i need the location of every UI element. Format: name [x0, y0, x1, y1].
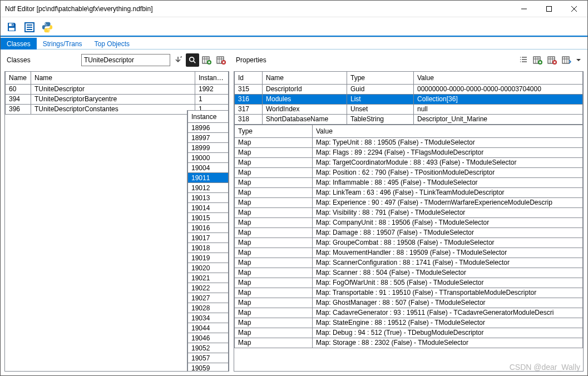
table-row[interactable]: MapMap: LinkTeam : 63 : 496 (False) - TL…: [235, 187, 583, 197]
table-row[interactable]: 19044: [188, 323, 229, 333]
table-row[interactable]: 19000: [188, 153, 229, 163]
collection-table[interactable]: Type Value MapMap: TypeUnit : 88 : 19505…: [234, 125, 583, 348]
props-table[interactable]: Id Name Type Value 315DescriptorIdGuid00…: [234, 72, 583, 125]
table-row[interactable]: 19028: [188, 303, 229, 313]
table-row[interactable]: 18997: [188, 133, 229, 143]
table-row[interactable]: 19013: [188, 193, 229, 203]
properties-tables: Id Name Type Value 315DescriptorIdGuid00…: [234, 71, 584, 372]
table-row[interactable]: MapMap: Inflammable : 88 : 495 (False) -…: [235, 177, 583, 187]
prop-remove-button[interactable]: [546, 53, 559, 67]
col-name[interactable]: Name: [31, 72, 195, 84]
instance-list-scroller[interactable]: Instance 1899618997189991900019004190111…: [187, 110, 229, 372]
list-view-button[interactable]: [22, 19, 37, 35]
table-row[interactable]: MapMap: Position : 62 : 790 (False) - TP…: [235, 167, 583, 177]
table-row[interactable]: MapMap: CadavreGenerator : 93 : 19511 (F…: [235, 308, 583, 318]
classes-panel-header: Classes: [4, 52, 229, 68]
svg-rect-0: [546, 6, 551, 11]
tab-top-objects[interactable]: Top Objects: [88, 38, 136, 50]
collection-scroller[interactable]: Type Value MapMap: TypeUnit : 88 : 19505…: [234, 125, 583, 371]
col-num[interactable]: Name: [6, 72, 31, 84]
table-row[interactable]: 19022: [188, 283, 229, 293]
svg-rect-2: [9, 28, 14, 31]
table-row[interactable]: 19052: [188, 343, 229, 353]
minimize-button[interactable]: [511, 1, 536, 17]
table-row[interactable]: 315DescriptorIdGuid00000000-0000-0000-00…: [235, 84, 583, 94]
save-button[interactable]: [4, 19, 19, 35]
table-row[interactable]: 19034: [188, 313, 229, 323]
properties-panel-title: Properties: [235, 56, 266, 64]
table-row[interactable]: 317WorldIndexUnsetnull: [235, 104, 583, 114]
classes-table[interactable]: Name Name Instances 60TUniteDescriptor19…: [5, 72, 229, 115]
close-button[interactable]: [561, 1, 586, 17]
table-row[interactable]: 19059: [188, 363, 229, 372]
table-row[interactable]: 394TUniteDescriptorBarycentre1: [6, 94, 229, 104]
table-row[interactable]: 60TUniteDescriptor1992: [6, 84, 229, 94]
table-row[interactable]: 318ShortDatabaseNameTableStringDescripto…: [235, 114, 583, 124]
table-row[interactable]: 19016: [188, 223, 229, 233]
table-row[interactable]: 19019: [188, 253, 229, 263]
col-instances[interactable]: Instances: [195, 72, 229, 84]
table-row[interactable]: MapMap: MouvementHandler : 88 : 19509 (F…: [235, 248, 583, 258]
python-button[interactable]: [39, 19, 55, 35]
table-row[interactable]: MapMap: Experience : 90 : 497 (False) - …: [235, 197, 583, 207]
table-row[interactable]: MapMap: ScannerConfiguration : 88 : 1741…: [235, 258, 583, 268]
remove-column-button[interactable]: [215, 53, 228, 67]
table-row[interactable]: 19057: [188, 353, 229, 363]
classes-panel-title: Classes: [6, 56, 31, 64]
props-scroller[interactable]: Id Name Type Value 315DescriptorIdGuid00…: [234, 72, 583, 125]
table-row[interactable]: 19046: [188, 333, 229, 343]
search-button[interactable]: [186, 53, 199, 67]
table-row[interactable]: MapMap: Scanner : 88 : 504 (False) - TMo…: [235, 268, 583, 278]
properties-panel-header: Properties: [234, 52, 584, 68]
table-row[interactable]: MapMap: Transportable : 91 : 19510 (Fals…: [235, 288, 583, 298]
tab-classes[interactable]: Classes: [1, 38, 37, 50]
table-row[interactable]: 19021: [188, 273, 229, 283]
table-row[interactable]: MapMap: TargetCoordinatorModule : 88 : 4…: [235, 157, 583, 167]
table-row[interactable]: 19014: [188, 203, 229, 213]
table-row[interactable]: 19027: [188, 293, 229, 303]
col-cvalue[interactable]: Value: [313, 125, 583, 137]
maximize-button[interactable]: [536, 1, 561, 17]
add-column-button[interactable]: [200, 53, 214, 67]
table-row[interactable]: 316ModulesListCollection[36]: [235, 94, 583, 104]
class-search-input[interactable]: [81, 54, 170, 66]
col-instance[interactable]: Instance: [188, 111, 229, 123]
table-row[interactable]: 19011: [188, 173, 229, 183]
table-row[interactable]: 19015: [188, 213, 229, 223]
title-bar: Ndf Editor [pc\ndf\patchable\gfx\everyth…: [1, 1, 587, 17]
table-row[interactable]: MapMap: GhostManager : 88 : 507 (False) …: [235, 298, 583, 308]
table-row[interactable]: MapMap: GroupeCombat : 88 : 19508 (False…: [235, 238, 583, 248]
instance-table[interactable]: Instance 1899618997189991900019004190111…: [187, 110, 229, 372]
table-row[interactable]: MapMap: Flags : 89 : 2294 (False) - TFla…: [235, 147, 583, 157]
table-row[interactable]: MapMap: TypeUnit : 88 : 19505 (False) - …: [235, 137, 583, 147]
table-row[interactable]: 19020: [188, 263, 229, 273]
prop-list-icon[interactable]: [517, 53, 530, 67]
svg-point-7: [190, 57, 194, 62]
table-row[interactable]: MapMap: Storage : 88 : 2302 (False) - TM…: [235, 338, 583, 348]
table-row[interactable]: MapMap: Damage : 88 : 19507 (False) - TM…: [235, 227, 583, 238]
col-ctype[interactable]: Type: [235, 125, 313, 137]
window-title: Ndf Editor [pc\ndf\patchable\gfx\everyth…: [5, 5, 511, 13]
col-id[interactable]: Id: [235, 72, 263, 84]
table-row[interactable]: 19018: [188, 243, 229, 253]
table-row[interactable]: MapMap: Debug : 94 : 512 (True) - TDebug…: [235, 328, 583, 338]
goto-button[interactable]: [171, 53, 185, 67]
prop-dropdown-button[interactable]: [575, 53, 582, 67]
tab-strings-trans[interactable]: Strings/Trans: [37, 38, 88, 50]
table-row[interactable]: MapMap: Visibility : 88 : 791 (False) - …: [235, 207, 583, 217]
col-pvalue[interactable]: Value: [414, 72, 583, 84]
table-row[interactable]: 19012: [188, 183, 229, 193]
table-row[interactable]: 18996: [188, 123, 229, 133]
table-row[interactable]: 18999: [188, 143, 229, 153]
table-row[interactable]: MapMap: StateEngine : 88 : 19512 (False)…: [235, 318, 583, 328]
prop-copy-button[interactable]: [560, 53, 574, 67]
classes-tables: Name Name Instances 60TUniteDescriptor19…: [4, 71, 229, 372]
svg-rect-16: [562, 57, 569, 63]
col-ptype[interactable]: Type: [347, 72, 414, 84]
col-pname[interactable]: Name: [263, 72, 347, 84]
table-row[interactable]: 19004: [188, 163, 229, 173]
table-row[interactable]: MapMap: FogOfWarUnit : 88 : 505 (False) …: [235, 278, 583, 288]
prop-add-button[interactable]: [531, 53, 545, 67]
table-row[interactable]: 19017: [188, 233, 229, 243]
table-row[interactable]: MapMap: CompanyUnit : 88 : 19506 (False)…: [235, 217, 583, 227]
